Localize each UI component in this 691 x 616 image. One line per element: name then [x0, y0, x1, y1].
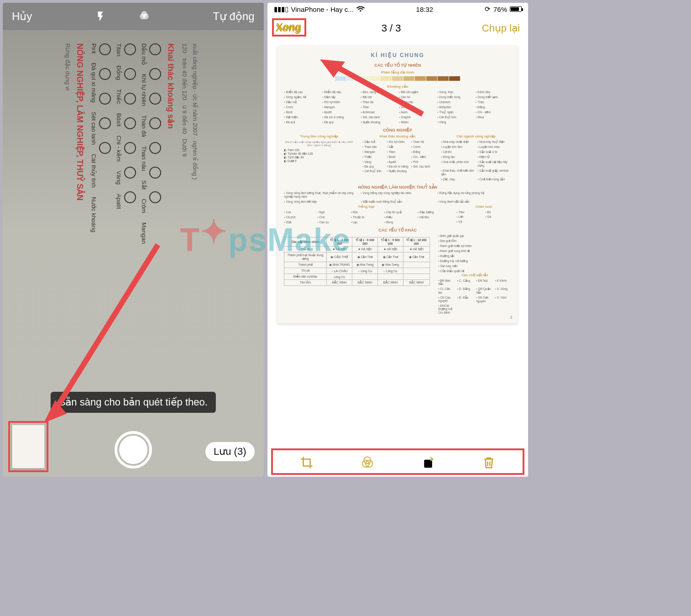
- annotation-box-toolbar: [271, 448, 525, 475]
- page-number: 3: [510, 315, 512, 320]
- cancel-button[interactable]: Hủy: [12, 10, 32, 23]
- review-top-bar: Xong 3 / 3 Chụp lại: [267, 16, 529, 41]
- ios-status-bar: ▮▮▮▯ VinaPhone - Hay c... 18:32 ⟳ 76%: [267, 3, 529, 16]
- signal-icon: ▮▮▮▯: [274, 5, 288, 13]
- recent-scan-thumbnail[interactable]: [8, 421, 48, 472]
- mining-section-title: Khai thác khoáng sản: [166, 43, 176, 418]
- battery-icon: [510, 6, 522, 12]
- ready-toast: Sẵn sàng cho bản quét tiếp theo.: [51, 392, 216, 413]
- scan-title: KÍ HIỆU CHUNG: [284, 52, 511, 58]
- clock: 18:32: [416, 5, 434, 13]
- annotation-box-done: Xong: [272, 18, 306, 37]
- carrier-label: VinaPhone - Hay c...: [291, 5, 354, 13]
- save-button[interactable]: Lưu (3): [205, 442, 254, 461]
- scanned-document-page: KÍ HIỆU CHUNG CÁC YẾU TỐ TỰ NHIÊN Phân t…: [277, 46, 518, 323]
- camera-bottom-bar: Lưu (3): [3, 422, 264, 477]
- battery-percent: 76%: [493, 5, 507, 13]
- agri-section-title: NÔNG NGHIỆP, LÂM NGHIỆP, THUỶ SẢN: [75, 43, 85, 418]
- orientation-lock-icon: ⟳: [485, 5, 491, 13]
- retake-button[interactable]: Chụp lại: [482, 22, 520, 34]
- elevation-swatches: [284, 76, 511, 81]
- auto-mode-button[interactable]: Tự động: [213, 10, 254, 23]
- shutter-button[interactable]: [115, 431, 152, 469]
- camera-top-bar: Hủy Tự động: [3, 3, 264, 30]
- wifi-icon: [356, 6, 365, 12]
- flash-icon[interactable]: [94, 11, 106, 22]
- watermark: T✦psMake: [180, 221, 351, 258]
- filter-icon[interactable]: [138, 11, 150, 22]
- page-indicator: 3 / 3: [382, 22, 401, 34]
- svg-point-2: [141, 11, 147, 17]
